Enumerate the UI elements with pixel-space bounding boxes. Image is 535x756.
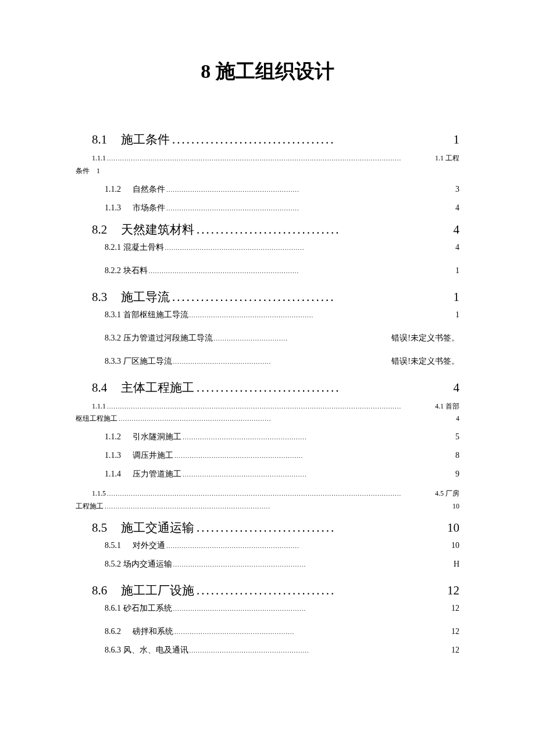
toc-page: 3 xyxy=(455,185,459,194)
toc-leader: .............................. xyxy=(194,381,454,395)
toc-leader: ........................................… xyxy=(106,153,435,164)
toc-leader: ........................................… xyxy=(172,605,452,612)
toc-leader: ........................................… xyxy=(117,415,456,422)
toc-number: 8.5.1 xyxy=(76,541,121,550)
toc-number: 8.5 xyxy=(76,521,115,535)
toc-leader: ........................................… xyxy=(165,186,455,193)
toc-entry-8-6-3: 8.6.3 风、水、电及通讯 .........................… xyxy=(76,645,459,655)
toc-entry-8-6: 8.6 施工工厂设施 .............................… xyxy=(76,582,459,599)
toc-number: 8.5.2 场内交通运输 xyxy=(76,559,172,569)
toc-number: 8.6.3 风、水、电及通讯 xyxy=(76,645,188,655)
toc-number: 1.1.3 xyxy=(76,203,121,213)
toc-page: 1 xyxy=(454,290,460,304)
toc-leader: ........................................… xyxy=(172,358,392,365)
toc-leader: ........................................… xyxy=(165,542,451,549)
toc-number: 8.2.1 混凝土骨料 xyxy=(76,242,164,253)
toc-leader: ........................................… xyxy=(188,647,452,654)
toc-entry-8-4: 8.4 主体工程施工 .............................… xyxy=(76,379,459,396)
toc-page: 10 xyxy=(452,502,459,511)
toc-label: 主体工程施工 xyxy=(115,379,194,396)
toc-entry-1-1-1a-cont: 条件 1 xyxy=(76,166,459,176)
toc-number: 8.2 xyxy=(76,223,115,237)
toc-page: 1 xyxy=(90,167,100,175)
toc-page: 4 xyxy=(455,243,459,252)
toc-number: 8.3.3 厂区施工导流 xyxy=(76,356,172,367)
toc-entry-1-1-1b-cont: 枢纽工程施工 .................................… xyxy=(76,414,459,424)
toc-entry-8-5: 8.5 施工交通运输 .............................… xyxy=(76,519,459,536)
toc-entry-8-5-2: 8.5.2 场内交通运输 ...........................… xyxy=(76,559,459,569)
toc-leader: .................................. xyxy=(170,132,454,147)
toc-leader: ............................. xyxy=(194,521,447,535)
toc-leader: .............................. xyxy=(194,223,454,237)
toc-leader: ........................................… xyxy=(148,267,456,274)
toc-number: 1.1.1 xyxy=(76,400,106,413)
toc-number: 1.1.4 xyxy=(76,470,121,479)
toc-page: 12 xyxy=(451,627,459,636)
toc-page: 12 xyxy=(447,583,459,598)
toc-entry-1-1-5-cont: 工程施工 ...................................… xyxy=(76,501,459,511)
toc-suffix: 4.5 厂房 xyxy=(435,488,459,500)
toc-number: 8.6.1 砂石加工系统 xyxy=(76,603,172,614)
toc-entry-8-3-1: 8.3.1 首部枢纽施工导流 .........................… xyxy=(76,310,459,320)
toc-suffix: 4.1 首部 xyxy=(435,400,459,413)
toc-label: 施工导流 xyxy=(115,289,170,305)
toc-entry-1-1-2a: 1.1.2 自然条件 .............................… xyxy=(76,184,459,195)
toc-number: 1.1.1 xyxy=(76,152,106,165)
toc-entry-8-5-1: 8.5.1 对外交通 .............................… xyxy=(76,540,459,551)
toc-entry-1-1-2b: 1.1.2 引水隧洞施工 ...........................… xyxy=(76,432,459,442)
toc-label: 压力管道施工 xyxy=(121,469,181,479)
toc-entry-8-2-2: 8.2.2 块石料 ..............................… xyxy=(76,266,459,276)
toc-label: 条件 xyxy=(76,166,90,176)
toc-entry-8-6-2: 8.6.2 磅拌和系统 ............................… xyxy=(76,626,459,637)
toc-entry-1-1-5: 1.1.5 ..................................… xyxy=(76,488,459,500)
toc-leader: ........................................… xyxy=(181,433,455,440)
toc-label: 工程施工 xyxy=(76,501,104,511)
toc-number: 8.3.2 压力管道过河段施工导流 xyxy=(76,333,213,343)
toc-number: 8.1 xyxy=(76,132,115,147)
toc-page: 8 xyxy=(455,451,459,460)
toc-page: 4 xyxy=(454,223,460,237)
toc-page: 1 xyxy=(455,310,459,320)
toc-leader: ........................................… xyxy=(106,401,435,413)
toc-page: 错误!未定义书签。 xyxy=(391,333,459,343)
toc-leader: ........................................… xyxy=(173,628,451,635)
toc-page: 12 xyxy=(451,646,459,655)
toc-label: 引水隧洞施工 xyxy=(121,432,181,442)
toc-label: 枢纽工程施工 xyxy=(76,414,117,424)
toc-entry-1-1-3a: 1.1.3 市场条件 .............................… xyxy=(76,203,459,213)
toc-number: 1.1.2 xyxy=(76,432,121,442)
toc-number: 8.2.2 块石料 xyxy=(76,266,148,276)
toc-page: 12 xyxy=(451,604,459,613)
toc-leader: ........................................… xyxy=(173,452,455,459)
toc-number: 8.3.1 首部枢纽施工导流 xyxy=(76,310,188,320)
toc-page: 5 xyxy=(455,432,459,442)
toc-entry-8-2-1: 8.2.1 混凝土骨料 ............................… xyxy=(76,242,459,253)
toc-leader: ........................................… xyxy=(188,311,456,318)
toc-leader: ........................................… xyxy=(181,471,455,478)
toc-entry-8-3-3: 8.3.3 厂区施工导流 ...........................… xyxy=(76,356,459,367)
toc-page: 10 xyxy=(447,521,459,535)
toc-number: 8.3 xyxy=(76,290,115,304)
toc-number: 8.6 xyxy=(76,583,115,598)
toc-label: 磅拌和系统 xyxy=(121,626,173,637)
toc-entry-8-6-1: 8.6.1 砂石加工系统 ...........................… xyxy=(76,603,459,614)
toc-leader: .................................. xyxy=(213,335,392,342)
toc-number: 1.1.5 xyxy=(76,488,106,500)
toc-leader: ........................................… xyxy=(172,561,454,568)
toc-entry-8-3-2: 8.3.2 压力管道过河段施工导流 ......................… xyxy=(76,333,459,343)
toc-leader: ........................................… xyxy=(104,503,452,510)
toc-page: 错误!未定义书签。 xyxy=(391,356,459,367)
toc-leader: ........................................… xyxy=(165,205,455,212)
toc-number: 8.6.2 xyxy=(76,627,121,636)
toc-leader: ........................................… xyxy=(164,244,456,251)
toc-page: 1 xyxy=(454,132,460,147)
toc-label: 对外交通 xyxy=(121,540,165,551)
document-title: 8 施工组织设计 xyxy=(76,58,459,85)
toc-label: 调压井施工 xyxy=(121,450,173,461)
toc-label: 自然条件 xyxy=(121,184,165,195)
toc-number: 1.1.3 xyxy=(76,451,121,460)
toc-entry-8-2: 8.2 天然建筑材料 .............................… xyxy=(76,221,459,238)
toc-page: 4 xyxy=(455,203,459,213)
toc-label: 施工条件 xyxy=(115,131,170,148)
toc-label: 施工工厂设施 xyxy=(115,582,194,599)
